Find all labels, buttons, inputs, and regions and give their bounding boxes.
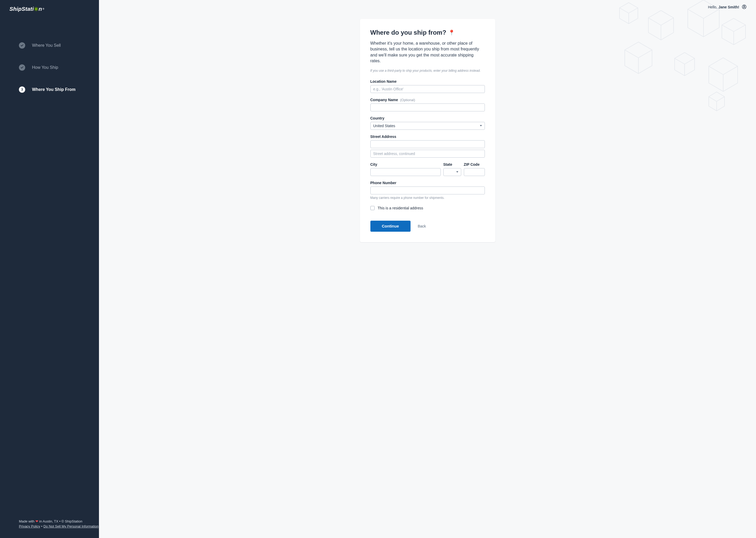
+  [456,171,458,173]
field-company-name: Company Name (Optional) [370,98,485,111]
street-address-1-input[interactable] [370,140,485,148]
svg-marker-24 [709,58,737,91]
app-root: ShipStati✳n® Where You Sell How You Ship… [0,0,756,538]
svg-line-25 [709,66,723,75]
svg-point-33 [744,6,745,7]
zip-input[interactable] [464,168,485,176]
ship-from-card: Where do you ship from? 📍 Whether it's y… [360,19,495,242]
residential-label: This is a residential address [378,206,423,210]
chevron-down-icon [480,125,482,126]
field-location-name: Location Name [370,79,485,93]
made-with-line: Made with ❤ in Austin, TX • © ShipStatio… [19,519,99,524]
svg-line-21 [675,58,685,64]
pin-icon: 📍 [449,29,455,36]
brand-name-left: ShipStati [10,6,34,12]
label-street: Street Address [370,134,485,139]
step-where-you-sell[interactable]: Where You Sell [19,42,99,49]
label-company-name-text: Company Name [370,98,398,102]
brand-logo: ShipStati✳n® [10,6,99,12]
svg-marker-20 [675,53,694,76]
company-name-input[interactable] [370,103,485,111]
city-input[interactable] [370,168,441,176]
svg-line-29 [709,97,717,101]
label-country: Country [370,116,485,120]
phone-input[interactable] [370,187,485,194]
background-boxes-illustration [609,0,756,116]
svg-marker-28 [709,92,725,111]
footer-links: Privacy Policy•Do Not Sell My Personal I… [19,524,99,529]
field-street: Street Address [370,134,485,158]
field-zip: ZIP Code [464,162,485,176]
greeting: Hello, Jane Smith! [708,5,739,9]
back-button[interactable]: Back [418,224,426,228]
step-number-badge: 3 [19,86,25,93]
check-icon [19,42,25,49]
field-state: State [443,162,461,176]
made-prefix: Made with [19,519,35,523]
label-company-name: Company Name (Optional) [370,98,485,102]
svg-line-6 [661,18,674,25]
step-label: Where You Ship From [32,87,75,92]
field-phone: Phone Number Many carriers require a pho… [370,181,485,200]
step-label: How You Ship [32,65,58,70]
country-select-value: United States [373,124,395,128]
main-content: Hello, Jane Smith! Where do you ship fro… [99,0,756,538]
gear-icon: ✳ [34,6,39,12]
label-zip: ZIP Code [464,162,485,167]
privacy-policy-link[interactable]: Privacy Policy [19,524,40,528]
label-city: City [370,162,441,167]
svg-line-26 [723,66,737,75]
card-lead: Whether it's your home, a warehouse, or … [370,40,485,64]
check-icon [19,64,25,71]
svg-line-22 [685,58,694,64]
form-actions: Continue Back [370,221,485,232]
greeting-prefix: Hello, [708,5,719,9]
field-country: Country United States [370,116,485,130]
step-how-you-ship[interactable]: How You Ship [19,64,99,71]
heart-icon: ❤ [35,519,38,523]
row-city-state-zip: City State ZIP Code [370,162,485,176]
field-city: City [370,162,441,176]
continue-button[interactable]: Continue [370,221,410,232]
user-avatar-icon[interactable] [742,4,746,10]
phone-help: Many carriers require a phone number for… [370,196,485,200]
residential-checkbox[interactable] [370,206,375,210]
label-phone: Phone Number [370,181,485,185]
label-optional: (Optional) [400,98,415,102]
svg-marker-4 [648,11,674,40]
svg-line-13 [722,25,734,31]
svg-marker-12 [722,19,745,45]
svg-line-17 [625,50,638,58]
svg-line-14 [734,25,745,31]
onboarding-steps: Where You Sell How You Ship 3 Where You … [0,42,99,93]
sidebar-footer: Made with ❤ in Austin, TX • © ShipStatio… [0,519,99,529]
svg-marker-16 [625,42,652,74]
svg-line-5 [648,18,661,25]
do-not-sell-link[interactable]: Do Not Sell My Personal Information [43,524,98,528]
label-state: State [443,162,461,167]
ship-from-form: Location Name Company Name (Optional) Co… [370,79,485,232]
field-residential: This is a residential address [370,206,485,210]
svg-line-30 [717,97,725,101]
location-name-input[interactable] [370,85,485,93]
greeting-username: Jane Smith! [719,5,739,9]
card-note: If you use a third-party to ship your pr… [370,69,485,73]
separator-dot: • [40,524,44,528]
svg-line-18 [638,50,652,58]
card-title-text: Where do you ship from? [370,29,446,36]
sidebar: ShipStati✳n® Where You Sell How You Ship… [0,0,99,538]
card-title: Where do you ship from? 📍 [370,29,485,36]
made-suffix: in Austin, TX • © ShipStation [38,519,82,523]
country-select[interactable]: United States [370,122,485,130]
label-location-name: Location Name [370,79,485,83]
topbar: Hello, Jane Smith! [99,0,756,14]
street-address-2-input[interactable] [370,150,485,158]
state-select[interactable] [443,168,461,176]
step-where-you-ship-from[interactable]: 3 Where You Ship From [19,86,99,93]
brand-reg: ® [42,8,44,10]
step-label: Where You Sell [32,43,61,48]
brand-name-right: n [39,6,42,12]
